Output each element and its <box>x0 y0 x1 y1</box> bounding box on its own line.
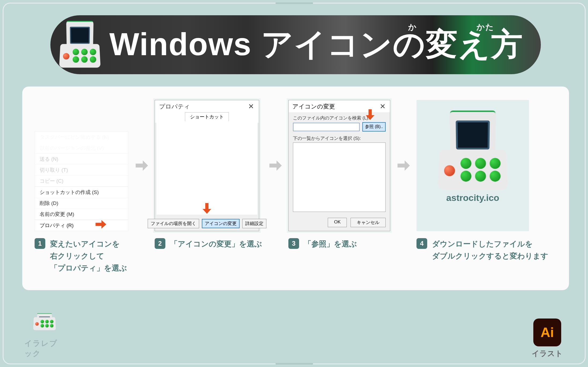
context-menu-item[interactable]: 切り取り (T) <box>35 164 128 175</box>
properties-window: プロパティ ✕ ショートカット ファイルの場所を開く アイコンの変更 詳細設定 <box>155 100 259 231</box>
step-description: ダウンロードしたファイルを ダブルクリックすると変わります <box>432 238 548 262</box>
step-2: プロパティ ✕ ショートカット ファイルの場所を開く アイコンの変更 詳細設定 <box>155 100 262 250</box>
context-menu-item[interactable]: ショットカットの作成 (S) <box>35 187 128 198</box>
close-icon[interactable]: ✕ <box>247 102 256 111</box>
illustrator-icon: Ai <box>533 319 561 346</box>
step-number: 2 <box>155 238 165 249</box>
context-menu: タスクバーにピン留めする (K) 以前のバージョンの復元 (V) 送る (N) … <box>35 131 128 231</box>
top-notch <box>276 2 313 4</box>
dialog-title: アイコンの変更 <box>292 103 335 111</box>
page-title: Windows アイコンの変え方 か かた <box>109 23 523 66</box>
arrow-pointer-icon <box>200 202 213 216</box>
icon-listbox[interactable] <box>293 143 386 212</box>
arrow-right-icon <box>394 100 413 231</box>
context-menu-item[interactable]: 以前のバージョンの復元 (V) <box>35 143 128 153</box>
icon-file-name: astrocity.ico <box>446 193 499 203</box>
open-file-location-button[interactable]: ファイルの場所を開く <box>148 219 199 228</box>
step-description: 変えたいアイコンを 右クリックして 「プロパティ」を選ぶ <box>50 238 127 274</box>
cancel-button[interactable]: キャンセル <box>351 218 386 227</box>
tab-shortcut[interactable]: ショートカット <box>185 112 229 121</box>
bottom-notch <box>276 363 313 365</box>
context-menu-item[interactable]: 名前の変更 (M) <box>35 209 128 220</box>
step-number: 3 <box>288 238 299 249</box>
ok-button[interactable]: OK <box>328 218 347 227</box>
ruby-kata: かた <box>477 22 494 33</box>
context-menu-item[interactable]: 送る (N) <box>35 153 128 164</box>
step-3: アイコンの変更 ✕ このファイル内のアイコンを検索 (L): 参照 (B).. … <box>288 100 390 250</box>
step-4: astrocity.ico 4 ダウンロードしたファイルを ダブルクリックすると… <box>416 100 548 262</box>
step-number: 1 <box>35 238 45 249</box>
context-menu-item[interactable]: 削除 (D) <box>35 198 128 209</box>
result-panel: astrocity.ico <box>416 100 529 231</box>
footer-brand-label: イラレブック <box>24 338 65 359</box>
page-frame: Windows アイコンの変え方 か かた タスクバーにピン留めする (K) 以… <box>3 3 586 364</box>
steps-card: タスクバーにピン留めする (K) 以前のバージョンの復元 (V) 送る (N) … <box>22 87 569 290</box>
list-label: 下の一覧からアイコンを選択 (S): <box>293 135 386 141</box>
result-arcade-icon <box>439 112 507 190</box>
context-menu-properties[interactable]: プロパティ (R) <box>35 220 128 231</box>
step-number: 4 <box>416 238 427 249</box>
footer-brand: イラレブック <box>24 307 65 359</box>
footer-right-label: イラスト <box>532 349 563 359</box>
context-menu-item[interactable]: タスクバーにピン留めする (K) <box>35 132 128 143</box>
step-1: タスクバーにピン留めする (K) 以前のバージョンの復元 (V) 送る (N) … <box>35 100 128 274</box>
ruby-ka: か <box>408 22 417 33</box>
advanced-button[interactable]: 詳細設定 <box>242 219 266 228</box>
footer-illustrator: Ai イラスト <box>529 319 566 359</box>
footer-arcade-icon <box>34 314 56 330</box>
arrow-pointer-icon <box>93 218 107 231</box>
step-description: 「参照」を選ぶ <box>304 238 357 250</box>
context-menu-item[interactable]: コピー (C) <box>35 175 128 186</box>
title-arcade-icon <box>50 15 109 74</box>
arrow-pointer-icon <box>364 108 377 122</box>
arrow-right-icon <box>266 100 285 231</box>
browse-button[interactable]: 参照 (B).. <box>362 122 386 132</box>
icon-path-input[interactable] <box>293 123 360 131</box>
step-description: 「アイコンの変更」を選ぶ <box>170 238 262 250</box>
change-icon-button[interactable]: アイコンの変更 <box>202 219 240 228</box>
title-banner: Windows アイコンの変え方 か かた <box>50 15 541 74</box>
change-icon-dialog: アイコンの変更 ✕ このファイル内のアイコンを検索 (L): 参照 (B).. … <box>288 100 390 231</box>
close-icon[interactable]: ✕ <box>378 102 387 111</box>
arrow-right-icon <box>132 100 151 231</box>
window-title: プロパティ <box>159 103 190 111</box>
